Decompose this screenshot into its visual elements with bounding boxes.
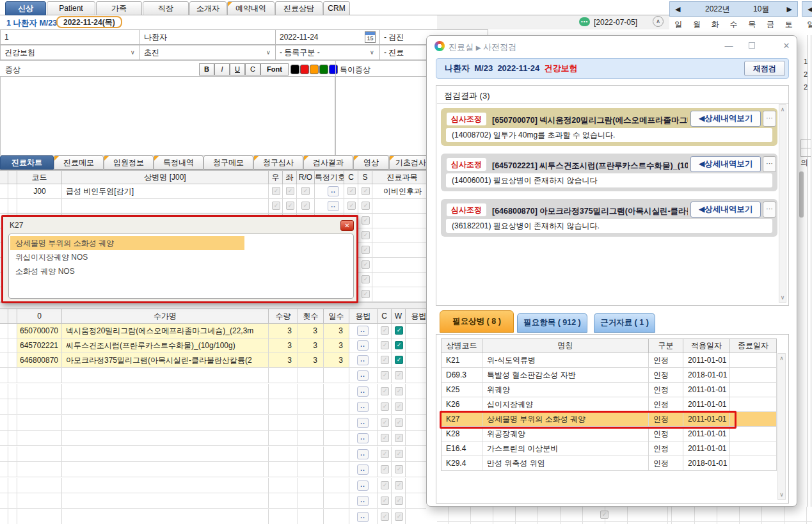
dialog-tab-1[interactable]: 필요항목 ( 912 ) xyxy=(517,313,587,333)
checkbox[interactable]: ✓ xyxy=(395,450,403,458)
visit-date-chip[interactable]: 2022-11-24(목) xyxy=(56,16,122,28)
popup-code-item[interactable]: 소화성 궤양 NOS xyxy=(10,264,353,278)
chart-tab-2[interactable]: 입원정보 xyxy=(104,155,154,170)
disease-row[interactable]: D69.3특발성 혈소판감소성 자반인정2018-01-01 xyxy=(441,368,777,383)
detail-dots-button[interactable]: .. xyxy=(357,386,369,397)
format-font-button[interactable]: Font xyxy=(260,63,289,75)
dialog-tab-0[interactable]: 필요상병 ( 8 ) xyxy=(440,310,514,333)
format-c-button[interactable]: C xyxy=(245,63,260,75)
checkbox[interactable]: ✓ xyxy=(395,434,403,442)
top-tab-3[interactable]: 직장 xyxy=(143,1,189,15)
color-swatch-1[interactable] xyxy=(300,65,309,74)
checkbox[interactable]: ✓ xyxy=(395,387,403,395)
detail-dots-button[interactable]: .. xyxy=(328,201,339,211)
color-swatch-2[interactable] xyxy=(310,65,319,74)
checkbox[interactable]: ✓ xyxy=(381,465,389,473)
detail-dots-button[interactable]: .. xyxy=(357,370,369,381)
format-i-button[interactable]: I xyxy=(214,63,230,75)
chart-tab-4[interactable]: 청구메모 xyxy=(203,155,253,170)
checkbox[interactable]: ✓ xyxy=(286,187,294,195)
scroll-up-icon[interactable]: ∧ xyxy=(779,105,786,114)
chart-tab-7[interactable]: 영상 xyxy=(353,155,389,170)
disease-row[interactable]: K21위-식도역류병인정2011-01-01 xyxy=(441,353,777,368)
disease-row[interactable]: E16.4가스트린의 이상분비인정2011-01-01 xyxy=(441,441,777,456)
rx-empty-row[interactable]: ..✓✓ xyxy=(0,431,433,446)
popup-code-item[interactable]: 위십이지장궤양 NOS xyxy=(10,250,353,264)
scroll-up-icon[interactable]: ∧ xyxy=(778,354,785,363)
detail-dots-button[interactable]: .. xyxy=(357,326,369,336)
checkbox[interactable]: ✓ xyxy=(347,187,356,195)
rx-empty-row[interactable]: ..✓✓ xyxy=(0,478,433,493)
rx-empty-row[interactable]: ..✓✓ xyxy=(0,399,433,415)
color-swatch-4[interactable] xyxy=(329,65,338,74)
checkbox[interactable]: ✓ xyxy=(395,418,403,427)
rx-empty-row[interactable]: ..✓✓ xyxy=(0,493,433,509)
rx-row[interactable]: 646800870아모크라정375밀리그램(아목시실린-클라불란산칼륨(2333… xyxy=(0,353,433,368)
rx-row[interactable]: 650700070넥시움정20밀리그람(에스오메프라졸마그네슘)_(22,3m3… xyxy=(0,324,433,338)
top-tab-2[interactable]: 가족 xyxy=(96,1,142,15)
checkbox[interactable]: ✓ xyxy=(381,496,389,505)
top-tab-5[interactable]: 예약내역 xyxy=(227,1,275,15)
scrollbar[interactable]: ∧ ∨ xyxy=(777,353,786,500)
more-button[interactable]: ··· xyxy=(763,111,776,127)
scroll-down-icon[interactable]: ∨ xyxy=(778,490,785,499)
detail-dots-button[interactable]: .. xyxy=(357,418,369,428)
detail-view-button[interactable]: ◀상세내역보기 xyxy=(690,202,761,218)
checkbox[interactable]: ✓ xyxy=(362,260,370,269)
checkbox[interactable]: ✓ xyxy=(395,512,403,521)
detail-dots-button[interactable]: .. xyxy=(357,449,369,459)
checkbox[interactable]: ✓ xyxy=(381,512,389,521)
disease-row[interactable]: K26십이지장궤양인정2011-01-01 xyxy=(441,397,777,412)
insurance-select[interactable]: 건강보험 xyxy=(0,45,140,60)
checkbox[interactable]: ✓ xyxy=(272,187,280,195)
close-icon[interactable]: ✕ xyxy=(340,220,354,231)
detail-dots-button[interactable]: .. xyxy=(357,402,369,412)
checkbox[interactable]: ✓ xyxy=(381,341,389,349)
chart-tab-3[interactable]: 특정내역 xyxy=(154,155,203,170)
rx-empty-row[interactable]: ..✓✓ xyxy=(0,384,433,399)
dialog-tab-2[interactable]: 근거자료 ( 1 ) xyxy=(594,313,655,333)
checkbox[interactable]: ✓ xyxy=(395,402,403,411)
checkbox[interactable]: ✓ xyxy=(381,450,389,458)
checkbox[interactable]: ✓ xyxy=(381,402,389,411)
calendar-next-icon[interactable]: ▶ xyxy=(787,2,792,16)
checkbox[interactable]: ✓ xyxy=(395,371,403,379)
checkbox[interactable]: ✓ xyxy=(362,231,370,239)
minimize-button[interactable]: — xyxy=(722,40,735,52)
checkbox[interactable]: ✓ xyxy=(381,356,389,364)
calendar-prev-icon[interactable]: ◀ xyxy=(808,2,812,16)
disease-row[interactable]: K28위공장궤양인정2011-01-01 xyxy=(441,427,777,441)
checkbox[interactable]: ✓ xyxy=(600,511,609,519)
top-tab-1[interactable]: Patient xyxy=(47,1,95,15)
scrollbar[interactable]: ∧ ∨ xyxy=(779,104,786,303)
checkbox[interactable]: ✓ xyxy=(381,371,389,379)
detail-dots-button[interactable]: .. xyxy=(357,464,369,475)
checked-checkbox[interactable]: ✓ xyxy=(395,356,403,364)
detail-dots-button[interactable]: .. xyxy=(357,355,369,365)
detail-dots-button[interactable]: .. xyxy=(357,340,369,351)
diagnosis-row[interactable]: J00급성 비인두염[감기]이비인후과✓✓✓..✓✓ xyxy=(0,184,433,199)
checkbox[interactable]: ✓ xyxy=(381,387,389,395)
checkbox[interactable]: ✓ xyxy=(362,216,370,225)
chart-tab-5[interactable]: 청구심사 xyxy=(253,155,303,170)
patient-name-field[interactable]: 나환자 xyxy=(139,29,276,45)
checkbox[interactable]: ✓ xyxy=(381,434,389,442)
checkbox[interactable]: ✓ xyxy=(395,496,403,505)
chart-number-field[interactable]: 1 xyxy=(0,29,140,45)
chart-tab-1[interactable]: 진료메모 xyxy=(54,155,104,170)
scrollbar-thumb[interactable] xyxy=(799,171,804,218)
special-symptom-textarea[interactable] xyxy=(335,76,433,155)
checkbox[interactable]: ✓ xyxy=(362,246,370,254)
disease-row[interactable]: K25위궤양인정2011-01-01 xyxy=(441,383,777,397)
detail-view-button[interactable]: ◀상세내역보기 xyxy=(690,111,761,127)
checkbox[interactable]: ✓ xyxy=(395,481,403,489)
chart-tab-6[interactable]: 검사결과 xyxy=(303,155,353,170)
checkbox[interactable]: ✓ xyxy=(347,202,356,210)
disease-row[interactable]: K29.4만성 위축성 위염인정2018-01-01 xyxy=(441,456,777,471)
color-swatch-0[interactable] xyxy=(291,65,299,74)
checkbox[interactable]: ✓ xyxy=(362,187,370,195)
rx-empty-row[interactable]: ..✓✓ xyxy=(0,368,433,383)
recheck-button[interactable]: 재점검 xyxy=(744,61,785,76)
top-tab-6[interactable]: 진료상담 xyxy=(275,1,322,15)
checkbox[interactable]: ✓ xyxy=(301,187,310,195)
